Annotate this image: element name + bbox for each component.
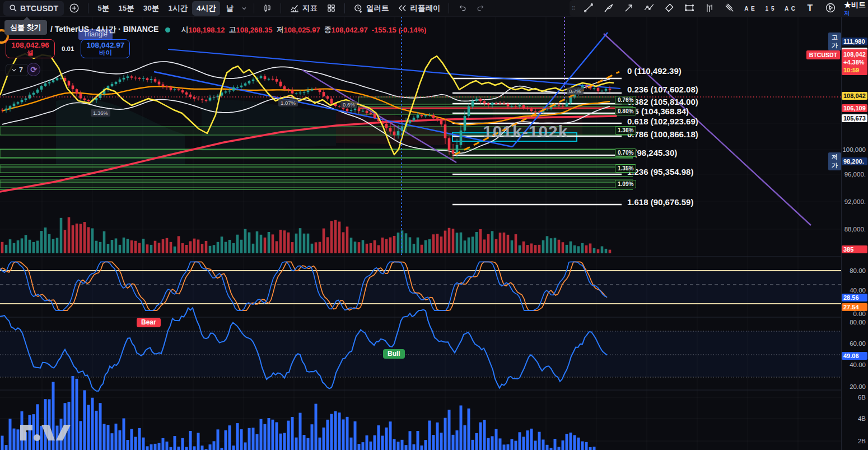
countdown-timer: 10:59 <box>843 66 866 74</box>
range-pct-badge: 1.35% <box>615 164 636 173</box>
undo-button[interactable] <box>454 1 471 16</box>
cursor-tool-button[interactable] <box>820 1 841 16</box>
fib-level-label-0.236[interactable]: 0.236 (107,602.08) <box>627 85 698 94</box>
sell-price: 108,042.96 <box>11 41 49 49</box>
object-tree-collapse-button[interactable]: 7 <box>6 64 29 76</box>
replay-icon <box>398 3 407 13</box>
axis-price-label: 4B <box>856 415 867 423</box>
plus-circle-icon <box>69 3 80 13</box>
fib-level-label-0[interactable]: 0 (110,492.39) <box>627 66 682 76</box>
timeframe-day-button[interactable]: 날 <box>221 1 238 16</box>
layout-templates-button[interactable] <box>323 1 340 16</box>
price-zone-annotation[interactable]: 101k-102k <box>483 122 568 141</box>
axis-price-label: 108,042 <box>842 92 867 100</box>
symbol-header-row: / TetherUS · 4시간 · BINANCE 시108,198.12 고… <box>50 25 426 35</box>
text-icon: T <box>808 3 814 13</box>
replay-label: 리플레이 <box>410 3 440 13</box>
rectangle-icon <box>684 2 695 15</box>
high-label: 고 <box>229 25 236 35</box>
polyline-tool-button[interactable] <box>639 1 659 16</box>
indicator-value-tag: 0.7% <box>567 87 584 95</box>
toolbar-divider <box>88 3 88 13</box>
redo-button[interactable] <box>472 1 489 16</box>
polyline-icon <box>643 2 655 15</box>
symbol-name: BTCUSDT <box>20 4 58 13</box>
rectangle-tool-button[interactable] <box>679 1 699 16</box>
sell-label: 셀 <box>27 49 34 56</box>
axis-price-label: 60.00 <box>848 340 867 347</box>
compare-add-button[interactable] <box>65 1 83 16</box>
indicators-button[interactable]: 지표 <box>286 1 321 16</box>
low-price-tag: 저가 <box>828 152 841 170</box>
replay-button[interactable]: 리플레이 <box>394 1 444 16</box>
watchlist-entry[interactable]: ★비트 저 <box>841 0 867 17</box>
last-change: +4.38% <box>843 58 866 66</box>
pitchfork-tool-button[interactable] <box>720 1 740 16</box>
axis-price-label: 96,000. <box>843 170 867 178</box>
bull-annotation[interactable]: Bull <box>383 349 405 359</box>
timeframe-dropdown-button[interactable] <box>239 1 249 16</box>
fib-level-label-1.236[interactable]: 1.236 (95,354.98) <box>627 167 693 177</box>
elliott-ac-icon: A C <box>785 6 796 12</box>
candlestick-icon <box>263 3 272 13</box>
axis-price-label: 88,000. <box>843 225 867 233</box>
timeframe-15분-button[interactable]: 15분 <box>114 1 139 16</box>
elliott-15-tool-button[interactable]: 1 5 <box>760 1 780 16</box>
fib-level-label-1.618[interactable]: 1.618 (90,676.59) <box>627 197 693 207</box>
toolbar-drag-handle[interactable]: ⠿ <box>572 7 577 10</box>
chart-canvas[interactable] <box>0 17 841 450</box>
watchlist-subtitle: 저 <box>844 10 850 17</box>
fib-level-label-0.786[interactable]: 0.786 (100,866.18) <box>627 129 698 139</box>
tradingview-logo[interactable] <box>17 419 71 444</box>
timeframe-group: 5분15분30분1시간4시간 <box>93 1 220 16</box>
toolbar-divider <box>449 3 449 13</box>
bear-annotation[interactable]: Bear <box>137 318 161 327</box>
chart-type-button[interactable] <box>259 1 276 16</box>
long-position-tool-button[interactable] <box>699 1 720 16</box>
toolbar-divider <box>344 3 345 13</box>
axis-price-label: 20.00 <box>848 383 867 391</box>
axis-price-label: 28.56 <box>842 294 867 301</box>
symbol-title[interactable]: / TetherUS · 4시간 · BINANCE <box>50 25 158 35</box>
axis-price-label: 80.00 <box>848 267 867 275</box>
search-icon <box>9 4 17 12</box>
timeframe-1시간-button[interactable]: 1시간 <box>164 1 192 16</box>
pitchfork-icon <box>724 2 735 15</box>
timeframe-5분-button[interactable]: 5분 <box>93 1 114 16</box>
elliott-ae-icon: A E <box>744 6 755 12</box>
elliott-ac-tool-button[interactable]: A C <box>780 1 800 16</box>
open-value: 108,198.12 <box>188 26 225 34</box>
indicator-value-tag: 1.07% <box>278 99 298 106</box>
high-value: 108,268.35 <box>236 26 273 34</box>
axis-price-label: 111,980 <box>842 38 867 45</box>
last-price-block: 108,042 +4.38% 10:59 <box>842 49 867 75</box>
grid-layout-icon <box>326 3 336 13</box>
arrow-icon <box>623 2 634 15</box>
symbol-search-button[interactable]: BTCUSDT <box>3 1 64 16</box>
sync-refresh-button[interactable]: ⟳ <box>27 63 40 76</box>
toolbar-divider <box>281 3 281 13</box>
elliott-ae-tool-button[interactable]: A E <box>740 1 760 16</box>
fib-level-label-0.618[interactable]: 0.618 (102,923.69) <box>627 117 698 126</box>
timeframe-30분-button[interactable]: 30분 <box>139 1 164 16</box>
axis-price-label: 2B <box>856 437 867 445</box>
indicators-icon <box>290 3 300 13</box>
range-pct-badge: 0.70% <box>615 149 636 157</box>
drawing-tools-group: A E1 5A CT <box>578 1 841 16</box>
buy-price: 108,042.97 <box>87 41 125 49</box>
eraser-tool-button[interactable] <box>659 1 679 16</box>
alert-button[interactable]: 얼러트 <box>349 1 393 16</box>
brush-tool-button[interactable] <box>599 1 619 16</box>
price-axis[interactable]: 고가111,980110,424108,049108,042106,109105… <box>841 17 868 450</box>
arrow-tool-button[interactable] <box>619 1 639 16</box>
fib-level-label-0.5[interactable]: 0.5 (104,368.84) <box>627 106 689 116</box>
buy-button[interactable]: 108,042.97 바이 <box>81 39 130 58</box>
axis-price-label: 100,000 <box>841 146 867 154</box>
timeframe-4시간-button[interactable]: 4시간 <box>192 1 221 16</box>
text-tool-button[interactable]: T <box>800 1 820 16</box>
sell-button[interactable]: 108,042.96 셀 <box>6 39 55 58</box>
trend-line-tool-button[interactable] <box>578 1 599 16</box>
axis-price-label: 80.00 <box>848 318 867 326</box>
alert-label: 얼러트 <box>366 3 389 13</box>
fib-level-label-0.382[interactable]: 0.382 (105,814.00) <box>627 97 698 106</box>
